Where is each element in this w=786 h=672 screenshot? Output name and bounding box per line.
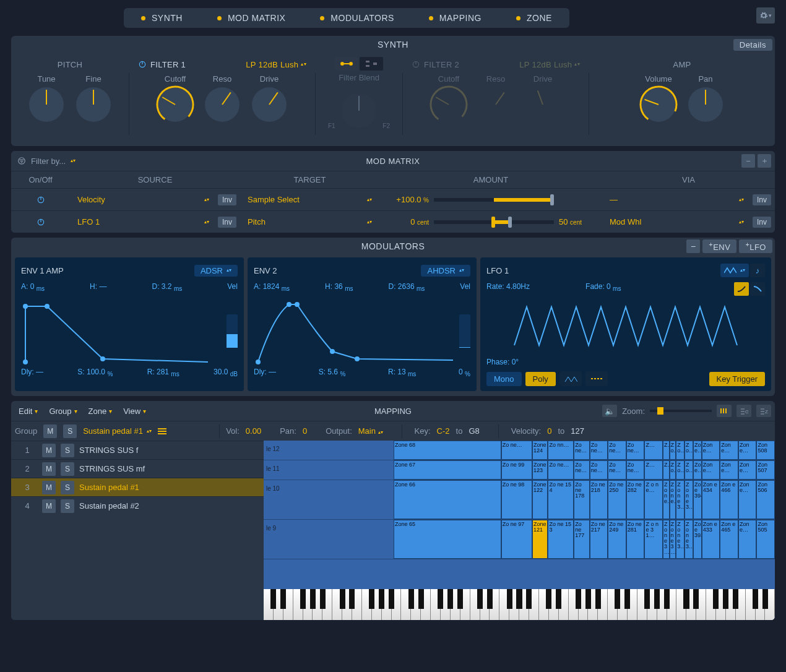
lfo-shape-b[interactable]: [585, 371, 608, 386]
zone-cell[interactable]: Zon 508: [756, 441, 775, 460]
tab-synth[interactable]: SYNTH: [124, 8, 200, 28]
lfo-fade-out[interactable]: [750, 282, 765, 296]
zone-cell[interactable]: Z o n e 3…: [685, 480, 693, 519]
group-solo[interactable]: S: [61, 481, 74, 494]
map-view-1[interactable]: [717, 405, 732, 417]
mod-remove-button[interactable]: −: [686, 239, 700, 253]
group-solo[interactable]: S: [61, 462, 74, 476]
group-mute[interactable]: M: [42, 462, 56, 476]
zone-cell[interactable]: Zo ne…: [626, 441, 645, 460]
zone-cell[interactable]: Zo ne…: [548, 460, 574, 480]
blend-serial[interactable]: [335, 57, 358, 71]
zone-cell[interactable]: Zon e 393: [693, 520, 702, 559]
zone-cell[interactable]: Zon e…: [738, 480, 757, 519]
zone-cell[interactable]: Z…: [644, 460, 663, 480]
map-view-3[interactable]: Z: [756, 405, 771, 417]
zone-cell[interactable]: Zo ne 177: [574, 520, 589, 559]
group-solo[interactable]: S: [61, 499, 74, 513]
zone-cell[interactable]: Zon e…: [738, 441, 757, 460]
zone-cell[interactable]: Zo ne 218: [590, 480, 608, 519]
zone-cell[interactable]: Z o n e 3…: [676, 480, 685, 519]
group-row[interactable]: 1MSSTRINGS SUS f: [11, 441, 264, 459]
add-lfo-button[interactable]: +LFO: [739, 239, 772, 253]
zone-cell[interactable]: Zo ne 249: [608, 520, 626, 559]
mm-row-power[interactable]: [37, 218, 45, 226]
mm-source-select[interactable]: Velocity▴▾: [70, 195, 214, 204]
mm-add-button[interactable]: ＋: [758, 154, 771, 168]
zone-cell[interactable]: Zone 68: [394, 441, 501, 460]
zone-cell[interactable]: Zone 65: [394, 520, 501, 559]
zone-cell[interactable]: Z o n e 3…: [685, 520, 693, 559]
group-select[interactable]: Sustain pedal #1▴▾: [83, 426, 213, 436]
mm-inv-button[interactable]: Inv: [218, 217, 236, 228]
zone-cell[interactable]: Z…: [663, 460, 670, 480]
env2-mode[interactable]: AHDSR▴▾: [421, 265, 470, 277]
zone-cell[interactable]: Zo ne 99: [501, 460, 532, 480]
zone-cell[interactable]: Z…: [663, 441, 670, 460]
mm-via-inv[interactable]: Inv: [753, 194, 771, 205]
zone-cell[interactable]: Zo ne 250: [608, 480, 626, 519]
zone-cell[interactable]: Zon e…: [738, 520, 757, 559]
map-vol[interactable]: 0.00: [246, 426, 261, 436]
zone-cell[interactable]: Zon e 394: [693, 480, 702, 519]
pan-knob[interactable]: [688, 87, 723, 122]
group-mute[interactable]: M: [43, 424, 57, 438]
filter2-reso-knob[interactable]: [478, 87, 513, 122]
zone-cell[interactable]: Zon 507: [756, 460, 775, 480]
zone-cell[interactable]: Zo ne…: [590, 460, 608, 480]
zone-cell[interactable]: Z o n e 3…: [676, 520, 685, 559]
map-zone-menu[interactable]: Zone▾: [85, 405, 116, 417]
filter1-reso-knob[interactable]: [205, 87, 240, 122]
mm-remove-button[interactable]: −: [741, 154, 755, 168]
zone-cell[interactable]: Zon e 434: [702, 480, 720, 519]
map-edit-menu[interactable]: Edit▾: [15, 405, 41, 417]
tab-mapping[interactable]: MAPPING: [412, 8, 499, 28]
env1-vel-slider[interactable]: [227, 314, 238, 348]
tab-zone[interactable]: ZONE: [499, 8, 569, 28]
zone-cell[interactable]: Zo ne 217: [590, 520, 608, 559]
zone-cell[interactable]: Zon e…: [693, 441, 702, 460]
zone-cell[interactable]: Zo ne…: [608, 441, 626, 460]
zone-cell[interactable]: Z o n e…: [670, 480, 676, 519]
filter2-drive-knob[interactable]: [525, 87, 560, 122]
filter2-type[interactable]: LP 12dB Lush▴▾: [519, 60, 580, 69]
blend-parallel[interactable]: [360, 57, 383, 71]
tab-modulators[interactable]: MODULATORS: [303, 8, 412, 28]
group-row[interactable]: 3MSSustain pedal #1: [11, 478, 264, 496]
map-vel-hi[interactable]: 127: [571, 426, 584, 436]
env1-mode[interactable]: ADSR▴▾: [194, 265, 238, 277]
zone-cell[interactable]: Zone 124: [532, 441, 548, 460]
zone-cell[interactable]: Zo ne…: [626, 460, 645, 480]
zone-cell[interactable]: Zone 121: [532, 520, 548, 559]
filter1-type[interactable]: LP 12dB Lush▴▾: [246, 60, 306, 69]
zone-cell[interactable]: Z o n e…: [663, 480, 670, 519]
env1-graph[interactable]: [21, 297, 222, 365]
settings-button[interactable]: ▾: [756, 7, 775, 24]
blend-knob[interactable]: [342, 93, 376, 128]
zone-cell[interactable]: Zo ne 178: [574, 480, 589, 519]
lfo-poly[interactable]: Poly: [525, 372, 556, 386]
zone-cell[interactable]: Z o n e 3 …: [670, 520, 676, 559]
filter2-cutoff-knob[interactable]: [431, 87, 466, 122]
map-view-menu[interactable]: View▾: [119, 405, 150, 417]
lfo-phase[interactable]: Phase: 0°: [486, 358, 765, 366]
zoom-slider[interactable]: [650, 410, 712, 412]
zone-cell[interactable]: Zo ne 15 4: [548, 480, 574, 519]
zone-cell[interactable]: Z o n e…: [644, 480, 663, 519]
zone-cell[interactable]: Z…: [644, 441, 663, 460]
filterby-select[interactable]: Filter by...▴▾: [17, 157, 76, 166]
filter1-power[interactable]: [138, 60, 147, 69]
details-button[interactable]: Details: [733, 39, 772, 51]
lfo-rate[interactable]: Rate: 4.80Hz: [486, 282, 530, 296]
mm-target-select[interactable]: Pitch▴▾: [240, 217, 379, 226]
lfo-sync-note[interactable]: ♪: [750, 264, 765, 277]
zone-cell[interactable]: Zo ne…: [501, 441, 532, 460]
mm-target-select[interactable]: Sample Select▴▾: [240, 195, 379, 204]
mm-source-select[interactable]: LFO 1▴▾: [70, 217, 214, 226]
zone-cell[interactable]: Zon e…: [720, 460, 738, 480]
mm-via-select[interactable]: Mod Whl▴▾: [610, 217, 749, 226]
zone-cell[interactable]: Zo ne 98: [501, 480, 532, 519]
mm-amount-slider[interactable]: [434, 198, 554, 202]
zone-cell[interactable]: Zon 505: [756, 520, 775, 559]
tune-knob[interactable]: [29, 87, 64, 122]
